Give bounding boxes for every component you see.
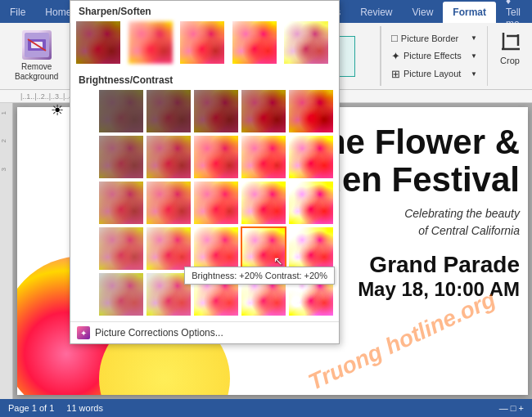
remove-background-button[interactable]: RemoveBackground bbox=[7, 27, 66, 85]
vertical-ruler: 1 2 3 bbox=[0, 103, 13, 399]
picture-corrections-options-button[interactable]: ✦ Picture Corrections Options... bbox=[70, 321, 339, 343]
bc-thumb-15[interactable] bbox=[288, 181, 334, 225]
doc-title-line1: ne Flower & bbox=[321, 123, 520, 161]
bc-thumb-3[interactable] bbox=[193, 89, 239, 133]
brightness-contrast-label: Brightness/Contrast bbox=[70, 70, 339, 89]
tab-format[interactable]: Format bbox=[443, 2, 496, 23]
bc-thumb-10[interactable] bbox=[288, 135, 334, 179]
doc-subtitle2: of Central California bbox=[321, 222, 520, 240]
picture-effects-icon: ✦ bbox=[391, 50, 400, 62]
brightness-icon: ☀ bbox=[51, 101, 64, 119]
picture-border-icon: □ bbox=[391, 32, 398, 44]
brightness-contrast-grid: ↖ bbox=[93, 89, 339, 321]
bc-thumb-11[interactable] bbox=[98, 181, 144, 225]
tab-file[interactable]: File bbox=[0, 2, 35, 23]
remove-background-icon bbox=[22, 30, 52, 60]
sharpen-soften-grid bbox=[70, 20, 339, 70]
bc-thumb-13[interactable] bbox=[193, 181, 239, 225]
sharpen-thumb-5[interactable] bbox=[283, 20, 329, 65]
zoom-controls[interactable]: — □ + bbox=[499, 403, 524, 413]
picture-format-group: □ Picture Border ▼ ✦ Picture Effects ▼ ⊞… bbox=[381, 26, 487, 86]
bc-thumb-18[interactable] bbox=[193, 226, 239, 271]
crop-label: Crop bbox=[500, 56, 520, 65]
status-bar: Page 1 of 1 11 words — □ + bbox=[0, 399, 532, 417]
bc-thumb-8[interactable] bbox=[193, 135, 239, 179]
picture-border-button[interactable]: □ Picture Border ▼ bbox=[388, 30, 480, 46]
sharpen-thumb-3[interactable] bbox=[179, 20, 225, 65]
doc-subtitle1: Celebrating the beauty bbox=[321, 205, 520, 222]
remove-background-group: RemoveBackground bbox=[0, 26, 74, 86]
doc-event1: Grand Parade bbox=[321, 252, 520, 278]
corrections-dropdown: Sharpen/Soften Brightness/Contrast ☀ bbox=[70, 0, 340, 344]
picture-effects-button[interactable]: ✦ Picture Effects ▼ bbox=[388, 48, 480, 64]
brightness-tooltip: Brightness: +20% Contrast: +20% bbox=[184, 267, 335, 285]
sharpen-soften-label: Sharpen/Soften bbox=[70, 1, 339, 20]
bc-thumb-20[interactable] bbox=[288, 226, 334, 271]
bc-thumb-9[interactable] bbox=[241, 135, 286, 179]
bc-thumb-4[interactable] bbox=[241, 89, 286, 133]
sharpen-thumb-1[interactable] bbox=[75, 20, 121, 65]
bc-thumb-7[interactable] bbox=[146, 135, 192, 179]
crop-button[interactable] bbox=[497, 29, 523, 56]
sharpen-thumb-4[interactable] bbox=[232, 20, 277, 65]
word-count: 11 words bbox=[66, 403, 103, 413]
picture-effects-arrow-icon: ▼ bbox=[471, 52, 477, 60]
bc-thumb-14[interactable] bbox=[241, 181, 286, 225]
tab-review[interactable]: Review bbox=[350, 2, 402, 23]
picture-layout-icon: ⊞ bbox=[391, 68, 400, 80]
doc-event2: May 18, 10:00 AM bbox=[321, 278, 520, 301]
remove-background-label: RemoveBackground bbox=[15, 62, 58, 82]
bc-thumb-6[interactable] bbox=[98, 135, 144, 179]
bc-thumb-5[interactable] bbox=[288, 89, 334, 133]
tab-view[interactable]: View bbox=[403, 2, 444, 23]
bc-thumb-17[interactable] bbox=[146, 226, 192, 271]
picture-layout-arrow-icon: ▼ bbox=[471, 70, 477, 78]
picture-border-arrow-icon: ▼ bbox=[471, 34, 477, 42]
doc-title-line2: den Festival bbox=[321, 161, 520, 199]
document-content: ne Flower & den Festival Celebrating the… bbox=[321, 123, 520, 301]
bc-thumb-21[interactable] bbox=[98, 272, 144, 316]
bc-thumb-1[interactable] bbox=[98, 89, 144, 133]
sharpen-thumb-2[interactable] bbox=[128, 20, 174, 65]
corrections-options-label: Picture Corrections Options... bbox=[95, 327, 223, 339]
bc-thumb-16[interactable] bbox=[98, 226, 144, 271]
page-info: Page 1 of 1 bbox=[8, 403, 54, 413]
bc-thumb-19[interactable]: ↖ bbox=[241, 226, 286, 271]
bc-thumb-2[interactable] bbox=[146, 89, 192, 133]
picture-layout-button[interactable]: ⊞ Picture Layout ▼ bbox=[388, 66, 480, 82]
bc-thumb-12[interactable] bbox=[146, 181, 192, 225]
tab-tell-me[interactable]: ♦ Tell me... bbox=[496, 2, 532, 23]
corrections-options-icon: ✦ bbox=[77, 326, 90, 339]
crop-group: Crop Size bbox=[487, 26, 532, 86]
